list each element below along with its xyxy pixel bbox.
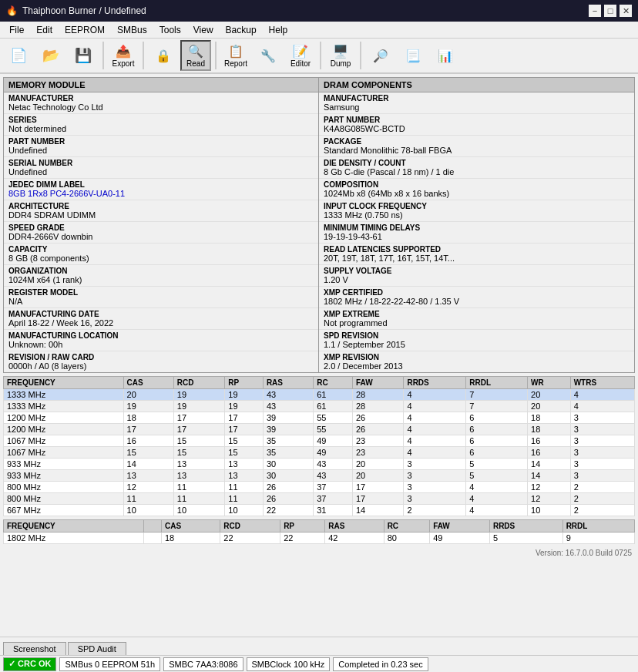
editor-button[interactable]: 📝 Editor bbox=[285, 40, 316, 71]
mm-capacity: CAPACITY 8 GB (8 components) bbox=[4, 244, 318, 265]
dram-components-header: DRAM COMPONENTS bbox=[319, 78, 634, 92]
window-title: Thaiphoon Burner / Undefined bbox=[22, 5, 146, 16]
tab-screenshot[interactable]: Screenshot bbox=[3, 642, 66, 655]
mm-manufacturer: MANUFACTURER Netac Technology Co Ltd bbox=[4, 92, 318, 114]
xmp-table: FREQUENCY CAS RCD RP RAS RC FAW RRDS RRD… bbox=[3, 519, 635, 544]
editor-icon: 📝 bbox=[293, 44, 308, 59]
menu-bar: File Edit EEPROM SMBus Tools View Backup… bbox=[0, 22, 638, 39]
smbc-status: SMBC 7AA3:8086 bbox=[163, 657, 243, 671]
new-icon: 📄 bbox=[10, 47, 27, 64]
th-rcd: RCD bbox=[173, 377, 224, 389]
mm-organization: ORGANIZATION 1024M x64 (1 rank) bbox=[4, 265, 318, 287]
th-rc: RC bbox=[314, 377, 353, 389]
maximize-button[interactable]: □ bbox=[604, 5, 616, 17]
version-text: Version: 16.7.0.0 Build 0725 bbox=[0, 547, 638, 559]
menu-tools[interactable]: Tools bbox=[153, 23, 187, 37]
lock-icon: 🔒 bbox=[156, 49, 171, 63]
timing-row-2: 1200 MHz18171739552646183 bbox=[4, 412, 635, 424]
xmp-th-rp: RP bbox=[280, 520, 325, 533]
xmp-rp: 22 bbox=[280, 533, 325, 544]
dc-xmp-revision: XMP REVISION 2.0 / December 2013 bbox=[319, 351, 634, 372]
tools-icon: 🔧 bbox=[260, 49, 276, 63]
info-grid: MEMORY MODULE DRAM COMPONENTS MANUFACTUR… bbox=[3, 77, 635, 373]
dc-part-number: PART NUMBER K4A8G085WC-BCTD bbox=[319, 114, 634, 136]
memory-module-fields: MANUFACTURER Netac Technology Co Ltd SER… bbox=[4, 92, 319, 372]
mm-register: REGISTER MODEL N/A bbox=[4, 287, 318, 308]
export-icon: 📤 bbox=[116, 44, 131, 59]
completed-status: Completed in 0.23 sec bbox=[333, 657, 428, 671]
dc-xmp-extreme: XMP EXTREME Not programmed bbox=[319, 308, 634, 330]
menu-smbus[interactable]: SMBus bbox=[111, 23, 153, 37]
timing-row-3: 1200 MHz17171739552646183 bbox=[4, 424, 635, 435]
dc-input-clock: INPUT CLOCK FREQUENCY 1333 MHz (0.750 ns… bbox=[319, 200, 634, 222]
dump-button[interactable]: 🖥️ Dump bbox=[325, 40, 356, 71]
menu-eeprom[interactable]: EEPROM bbox=[59, 23, 111, 37]
xmp-rc: 80 bbox=[384, 533, 429, 544]
copy-icon: 📃 bbox=[405, 49, 421, 63]
export-button[interactable]: 📤 Export bbox=[108, 40, 139, 71]
dc-read-latencies: READ LATENCIES SUPPORTED 20T, 19T, 18T, … bbox=[319, 244, 634, 265]
menu-backup[interactable]: Backup bbox=[220, 23, 263, 37]
xmp-th-rrdl: RRDL bbox=[562, 520, 634, 533]
menu-view[interactable]: View bbox=[187, 23, 220, 37]
menu-edit[interactable]: Edit bbox=[30, 23, 59, 37]
tab-spd-audit[interactable]: SPD Audit bbox=[68, 642, 126, 655]
xmp-th-rcd: RCD bbox=[220, 520, 280, 533]
report-label: Report bbox=[224, 59, 247, 68]
open-icon: 📂 bbox=[42, 47, 59, 64]
minimize-button[interactable]: − bbox=[589, 5, 601, 17]
open-button[interactable]: 📂 bbox=[35, 40, 66, 71]
close-button[interactable]: ✕ bbox=[620, 5, 632, 17]
xmp-th-cas: CAS bbox=[161, 520, 220, 533]
timing-table: FREQUENCY CAS RCD RP RAS RC FAW RRDS RRD… bbox=[3, 376, 635, 516]
report-button[interactable]: 📋 Report bbox=[220, 40, 251, 71]
xmp-cas: 18 bbox=[161, 533, 220, 544]
read-button[interactable]: 🔍 Read bbox=[180, 40, 211, 71]
export-label: Export bbox=[112, 59, 135, 68]
mm-mfg-date: MANUFACTURING DATE April 18-22 / Week 16… bbox=[4, 308, 318, 330]
timing-row-4: 1067 MHz16151535492346163 bbox=[4, 435, 635, 447]
dc-spd-revision: SPD REVISION 1.1 / September 2015 bbox=[319, 330, 634, 351]
th-rp: RP bbox=[225, 377, 264, 389]
scroll-content[interactable]: MEMORY MODULE DRAM COMPONENTS MANUFACTUR… bbox=[0, 74, 638, 637]
smbus-label: SMBus 0 EEPROM 51h bbox=[65, 660, 155, 669]
separator-4 bbox=[320, 42, 321, 69]
clock-label: SMBClock 100 kHz bbox=[252, 660, 325, 669]
xmp-th-rc: RC bbox=[384, 520, 429, 533]
dram-component-fields: MANUFACTURER Samsung PART NUMBER K4A8G08… bbox=[319, 92, 634, 372]
dc-manufacturer: MANUFACTURER Samsung bbox=[319, 92, 634, 114]
xmp-rrds: 5 bbox=[489, 533, 562, 544]
title-bar-controls: − □ ✕ bbox=[589, 5, 632, 17]
dc-composition: COMPOSITION 1024Mb x8 (64Mb x8 x 16 bank… bbox=[319, 179, 634, 200]
new-button[interactable]: 📄 bbox=[3, 40, 34, 71]
dc-min-timing: MINIMUM TIMING DELAYS 19-19-19-43-61 bbox=[319, 222, 634, 244]
editor-label: Editor bbox=[290, 59, 311, 68]
mm-revision: REVISION / RAW CARD 0000h / A0 (8 layers… bbox=[4, 351, 318, 372]
th-rrds: RRDS bbox=[404, 377, 466, 389]
tools-button[interactable]: 🔧 bbox=[253, 40, 284, 71]
th-faw: FAW bbox=[352, 377, 403, 389]
save-button[interactable]: 💾 bbox=[68, 40, 99, 71]
timing-row-7: 933 MHz13131330432035143 bbox=[4, 470, 635, 482]
chart-button[interactable]: 📊 bbox=[430, 40, 461, 71]
lock-button[interactable]: 🔒 bbox=[148, 40, 179, 71]
app-icon: 🔥 bbox=[6, 5, 18, 16]
menu-file[interactable]: File bbox=[3, 23, 30, 37]
save-icon: 💾 bbox=[75, 47, 92, 64]
copy-button[interactable]: 📃 bbox=[398, 40, 428, 71]
xmp-th-rrds: RRDS bbox=[489, 520, 562, 533]
search-icon: 🔎 bbox=[373, 49, 388, 63]
mm-jedec: JEDEC DIMM LABEL 8GB 1Rx8 PC4-2666V-UA0-… bbox=[4, 179, 318, 200]
timing-row-1: 1333 MHz19191943612847204 bbox=[4, 401, 635, 412]
menu-help[interactable]: Help bbox=[263, 23, 294, 37]
report-icon: 📋 bbox=[228, 44, 243, 59]
read-icon: 🔍 bbox=[188, 44, 203, 59]
th-cas: CAS bbox=[123, 377, 173, 389]
xmp-th-faw: FAW bbox=[430, 520, 490, 533]
mm-mfg-location: MANUFACTURING LOCATION Unknown: 00h bbox=[4, 330, 318, 351]
th-frequency: FREQUENCY bbox=[4, 377, 124, 389]
th-rrdl: RRDL bbox=[466, 377, 528, 389]
clock-status: SMBClock 100 kHz bbox=[247, 657, 331, 671]
completed-label: Completed in 0.23 sec bbox=[338, 660, 422, 669]
search-button[interactable]: 🔎 bbox=[365, 40, 396, 71]
